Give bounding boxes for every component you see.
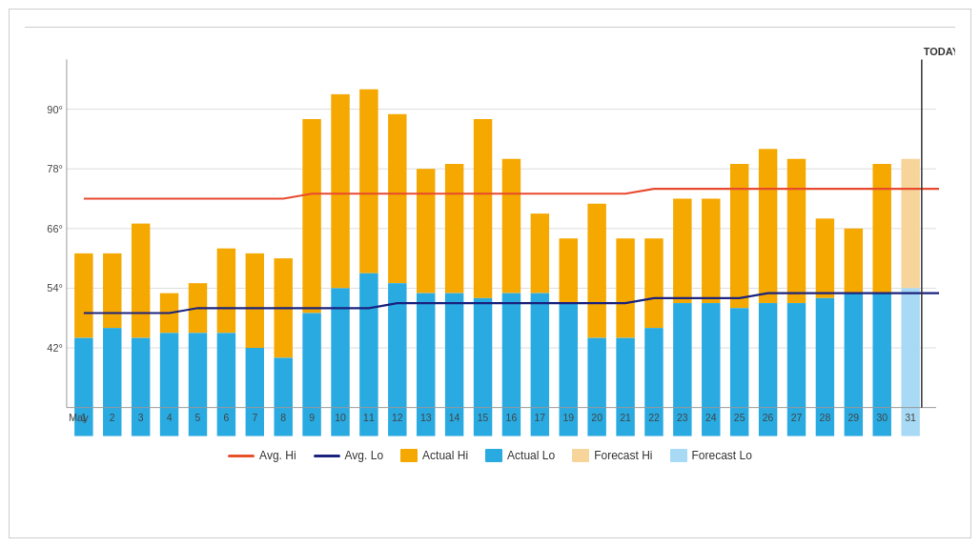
svg-text:12: 12 bbox=[392, 413, 403, 423]
svg-text:78°: 78° bbox=[47, 163, 63, 174]
svg-text:19: 19 bbox=[562, 413, 574, 423]
svg-text:25: 25 bbox=[734, 413, 745, 423]
chart-header bbox=[25, 21, 955, 28]
svg-text:24: 24 bbox=[705, 413, 717, 423]
svg-rect-36 bbox=[445, 164, 463, 294]
svg-rect-32 bbox=[388, 114, 406, 283]
svg-text:14: 14 bbox=[449, 413, 460, 423]
svg-text:15: 15 bbox=[478, 413, 489, 423]
svg-rect-66 bbox=[873, 164, 891, 294]
svg-rect-40 bbox=[502, 159, 521, 294]
legend-item: Forecast Hi bbox=[572, 449, 652, 462]
svg-rect-62 bbox=[816, 218, 834, 297]
svg-rect-34 bbox=[417, 169, 435, 293]
svg-text:7: 7 bbox=[252, 413, 257, 423]
chart-area: 42°54°66°78°90°May1234567891011121314151… bbox=[25, 33, 955, 443]
svg-rect-52 bbox=[673, 198, 691, 303]
svg-text:30: 30 bbox=[876, 413, 888, 423]
svg-rect-58 bbox=[759, 149, 777, 303]
svg-rect-56 bbox=[730, 164, 748, 308]
svg-text:21: 21 bbox=[620, 413, 631, 423]
svg-rect-23 bbox=[246, 348, 264, 436]
legend-item: Avg. Hi bbox=[228, 449, 296, 462]
svg-rect-20 bbox=[217, 249, 235, 334]
svg-text:3: 3 bbox=[138, 413, 144, 423]
svg-text:20: 20 bbox=[591, 413, 602, 423]
svg-rect-28 bbox=[331, 94, 349, 288]
legend: Avg. HiAvg. LoActual HiActual LoForecast… bbox=[25, 449, 955, 462]
svg-rect-12 bbox=[103, 253, 121, 328]
svg-text:TODAY: TODAY bbox=[924, 46, 955, 57]
svg-text:29: 29 bbox=[847, 413, 859, 423]
svg-rect-68 bbox=[901, 159, 919, 289]
svg-text:2: 2 bbox=[110, 413, 115, 423]
svg-rect-64 bbox=[845, 229, 863, 294]
svg-rect-44 bbox=[560, 238, 578, 303]
svg-rect-10 bbox=[74, 253, 92, 338]
svg-rect-48 bbox=[616, 238, 634, 337]
svg-text:42°: 42° bbox=[47, 342, 63, 354]
svg-text:5: 5 bbox=[195, 413, 201, 423]
svg-text:17: 17 bbox=[535, 413, 546, 423]
svg-text:27: 27 bbox=[791, 413, 803, 423]
svg-rect-42 bbox=[531, 213, 549, 293]
svg-text:26: 26 bbox=[763, 413, 774, 423]
svg-rect-30 bbox=[359, 90, 378, 274]
svg-rect-22 bbox=[246, 253, 264, 348]
legend-item: Actual Hi bbox=[400, 449, 468, 462]
svg-text:23: 23 bbox=[677, 413, 688, 423]
main-chart-svg: 42°54°66°78°90°May1234567891011121314151… bbox=[25, 33, 955, 443]
svg-text:22: 22 bbox=[648, 413, 660, 423]
svg-text:16: 16 bbox=[506, 413, 518, 423]
svg-rect-54 bbox=[702, 198, 720, 303]
legend-item: Avg. Lo bbox=[314, 449, 383, 462]
svg-rect-26 bbox=[302, 119, 320, 313]
svg-text:8: 8 bbox=[280, 413, 286, 423]
legend-item: Forecast Lo bbox=[670, 449, 752, 462]
svg-text:54°: 54° bbox=[47, 282, 63, 294]
svg-text:6: 6 bbox=[223, 413, 229, 423]
svg-rect-50 bbox=[644, 238, 663, 328]
svg-rect-46 bbox=[587, 204, 605, 338]
legend-item: Actual Lo bbox=[485, 449, 555, 462]
svg-rect-60 bbox=[787, 159, 806, 303]
svg-text:28: 28 bbox=[820, 413, 831, 423]
chart-container: 42°54°66°78°90°May1234567891011121314151… bbox=[9, 9, 971, 538]
svg-text:31: 31 bbox=[905, 413, 916, 423]
svg-text:10: 10 bbox=[335, 413, 346, 423]
svg-text:1: 1 bbox=[81, 413, 87, 423]
svg-rect-25 bbox=[274, 357, 292, 436]
svg-text:4: 4 bbox=[167, 413, 173, 423]
svg-text:90°: 90° bbox=[47, 104, 63, 115]
svg-text:66°: 66° bbox=[47, 223, 63, 234]
svg-text:9: 9 bbox=[309, 413, 315, 423]
svg-text:13: 13 bbox=[420, 413, 432, 423]
svg-rect-38 bbox=[474, 119, 492, 298]
svg-rect-14 bbox=[132, 224, 150, 338]
svg-text:11: 11 bbox=[363, 413, 375, 423]
